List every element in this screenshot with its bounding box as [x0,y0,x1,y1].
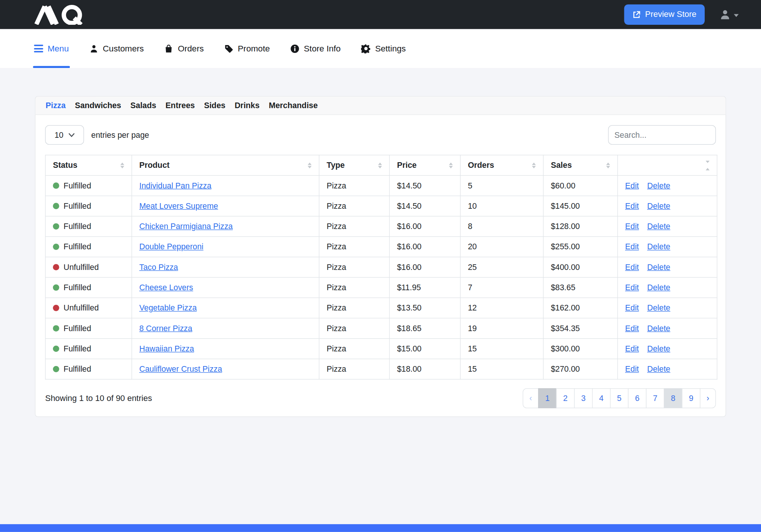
bottom-accent-bar [0,524,761,532]
pagination-page-4[interactable]: 4 [592,388,610,408]
menu-card: Pizza Sandwiches Salads Entrees Sides Dr… [35,96,726,417]
nav-item-store-info[interactable]: Store Info [290,29,341,68]
column-header-product[interactable]: Product [132,155,319,175]
edit-link[interactable]: Edit [625,303,639,312]
product-link[interactable]: Individual Pan Pizza [139,181,211,190]
pagination-prev-button[interactable]: ‹ [523,388,539,408]
pagination-page-6[interactable]: 6 [628,388,646,408]
nav-item-customers[interactable]: Customers [89,29,144,68]
type-cell: Pizza [319,257,389,277]
product-link[interactable]: Taco Pizza [139,262,178,271]
nav-item-label: Menu [48,44,69,54]
sales-cell: $300.00 [543,339,618,359]
product-link[interactable]: Cheese Lovers [139,283,193,292]
product-link[interactable]: Double Pepperoni [139,242,203,251]
column-header-orders[interactable]: Orders [460,155,543,175]
pagination-page-8[interactable]: 8 [664,388,682,408]
edit-link[interactable]: Edit [625,262,639,271]
product-link[interactable]: Chicken Parmigiana Pizza [139,222,233,231]
nav-item-settings[interactable]: Settings [361,29,406,68]
tab-sides[interactable]: Sides [204,101,225,110]
delete-link[interactable]: Delete [647,283,671,292]
tab-drinks[interactable]: Drinks [235,101,259,110]
tab-pizza[interactable]: Pizza [46,101,66,110]
edit-link[interactable]: Edit [625,181,639,190]
product-link[interactable]: Cauliflower Crust Pizza [139,365,222,373]
product-link[interactable]: Vegetable Pizza [139,303,197,312]
column-header-type[interactable]: Type [319,155,389,175]
nav-item-label: Orders [178,44,204,54]
showing-entries-text: Showing 1 to 10 of 90 entries [45,393,152,403]
edit-link[interactable]: Edit [625,324,639,332]
edit-link[interactable]: Edit [625,344,639,353]
delete-link[interactable]: Delete [647,222,671,231]
tab-sandwiches[interactable]: Sandwiches [75,101,121,110]
edit-link[interactable]: Edit [625,242,639,251]
user-menu-toggle[interactable] [719,9,739,20]
hamburger-icon [34,45,43,53]
brand-logo[interactable] [34,5,88,25]
delete-link[interactable]: Delete [647,242,671,251]
product-link[interactable]: 8 Corner Pizza [139,324,192,332]
table-row: Fulfilled Cauliflower Crust Pizza Pizza … [45,359,717,379]
status-dot-fulfilled [53,223,59,230]
pagination-next-button[interactable]: › [700,388,716,408]
product-link[interactable]: Meat Lovers Supreme [139,201,218,210]
table-footer: Showing 1 to 10 of 90 entries ‹ 1 2 3 4 … [45,388,716,408]
pagination-page-5[interactable]: 5 [610,388,628,408]
status-dot-fulfilled [53,203,59,209]
info-circle-icon [290,44,300,53]
type-cell: Pizza [319,277,389,298]
price-cell: $15.00 [389,339,460,359]
delete-link[interactable]: Delete [647,324,671,332]
edit-link[interactable]: Edit [625,201,639,210]
sort-icon [532,162,536,168]
nav-item-orders[interactable]: Orders [164,29,203,68]
product-link[interactable]: Hawaiian Pizza [139,344,194,353]
table-header-row: Status Product Type Price Orders Sales [45,155,717,175]
delete-link[interactable]: Delete [647,181,671,190]
gear-icon [361,44,371,53]
main-nav: Menu Customers Orders Promote [0,29,761,68]
tab-salads[interactable]: Salads [130,101,156,110]
price-cell: $16.00 [389,237,460,257]
column-header-actions[interactable] [618,155,717,175]
pagination-page-1[interactable]: 1 [538,388,557,408]
sales-cell: $255.00 [543,237,618,257]
pagination-page-9[interactable]: 9 [682,388,700,408]
delete-link[interactable]: Delete [647,262,671,271]
column-header-status[interactable]: Status [45,155,132,175]
pagination-page-2[interactable]: 2 [556,388,574,408]
type-cell: Pizza [319,196,389,216]
status-cell: Unfulfilled [45,298,132,318]
delete-link[interactable]: Delete [647,303,671,312]
table-row: Fulfilled Meat Lovers Supreme Pizza $14.… [45,196,717,216]
preview-store-button[interactable]: Preview Store [624,5,705,25]
person-icon [89,44,99,53]
pagination: ‹ 1 2 3 4 5 6 7 8 9 › [523,388,716,408]
products-table: Status Product Type Price Orders Sales F… [45,155,717,380]
tab-merchandise[interactable]: Merchandise [269,101,318,110]
external-link-icon [633,11,641,19]
type-cell: Pizza [319,175,389,196]
sales-cell: $145.00 [543,196,618,216]
type-cell: Pizza [319,339,389,359]
search-input[interactable] [608,125,716,145]
entries-per-page-label: entries per page [91,130,149,140]
pagination-page-7[interactable]: 7 [646,388,665,408]
delete-link[interactable]: Delete [647,365,671,373]
price-cell: $16.00 [389,257,460,277]
column-header-price[interactable]: Price [389,155,460,175]
edit-link[interactable]: Edit [625,365,639,373]
pagination-page-3[interactable]: 3 [574,388,592,408]
column-header-sales[interactable]: Sales [543,155,618,175]
type-cell: Pizza [319,298,389,318]
edit-link[interactable]: Edit [625,222,639,231]
delete-link[interactable]: Delete [647,201,671,210]
delete-link[interactable]: Delete [647,344,671,353]
page-size-select[interactable]: 10 [45,125,84,145]
tab-entrees[interactable]: Entrees [166,101,195,110]
edit-link[interactable]: Edit [625,283,639,292]
nav-item-promote[interactable]: Promote [224,29,270,68]
nav-item-menu[interactable]: Menu [34,29,69,68]
